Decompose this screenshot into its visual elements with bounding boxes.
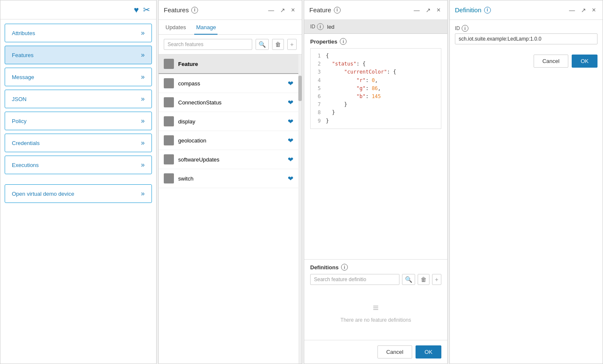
definitions-info-icon[interactable]: i	[341, 264, 348, 271]
compass-heart-icon: ❤	[288, 79, 293, 88]
features-scroll-thumb	[298, 76, 302, 101]
definitions-title: Definitions i	[310, 264, 441, 271]
properties-section: Properties i 1 { 2 "status": { 3	[304, 34, 447, 259]
sidebar-item-executions[interactable]: Executions »	[5, 156, 152, 174]
feature-id-value: led	[327, 24, 334, 30]
arrow-right-icon: »	[141, 161, 145, 169]
features-close-btn[interactable]: ×	[289, 6, 297, 14]
features-add-btn[interactable]: +	[287, 39, 297, 50]
definitions-delete-btn[interactable]: 🗑	[418, 274, 430, 285]
definitions-add-btn[interactable]: +	[432, 274, 441, 285]
code-block: 1 { 2 "status": { 3 "currentColor": {	[310, 48, 441, 129]
definitions-search-bar: 🔍 🗑 +	[310, 274, 441, 285]
definition-id-info-icon[interactable]: i	[462, 25, 468, 32]
definition-minimize-btn[interactable]: —	[567, 6, 577, 14]
features-search-btn[interactable]: 🔍	[256, 39, 269, 50]
feature-detail-panel: Feature i — ↗ × ID i led Properties i 1 …	[304, 0, 448, 364]
features-delete-btn[interactable]: 🗑	[272, 39, 284, 50]
tab-manage[interactable]: Manage	[194, 20, 218, 35]
feature-icon-box	[164, 78, 174, 88]
code-line-1: 1 {	[314, 52, 438, 60]
definition-expand-btn[interactable]: ↗	[579, 6, 588, 14]
feature-detail-info-icon[interactable]: i	[334, 7, 341, 14]
feature-id-info-icon[interactable]: i	[317, 23, 324, 30]
feature-detail-ok-btn[interactable]: OK	[416, 345, 441, 359]
feature-detail-controls: — ↗ ×	[412, 6, 442, 14]
code-line-5: 5 "g": 86,	[314, 85, 438, 93]
features-list: Feature compass ❤ ConnectionStatus ❤ dis…	[159, 55, 298, 364]
feature-icon-box	[164, 154, 174, 164]
definitions-search-input[interactable]	[310, 274, 399, 285]
definition-panel-title: Definition i	[455, 6, 491, 14]
list-item[interactable]: compass ❤	[159, 74, 298, 93]
sidebar-item-message[interactable]: Message »	[5, 68, 152, 86]
feature-id-label: ID i	[310, 23, 324, 30]
list-item[interactable]: ConnectionStatus ❤	[159, 93, 298, 112]
feature-icon-box	[164, 116, 174, 126]
properties-title: Properties i	[310, 38, 441, 45]
tools-icon: ✂	[143, 5, 150, 15]
features-info-icon[interactable]: i	[191, 7, 198, 14]
sidebar-item-virtual-device[interactable]: Open virtual demo device »	[5, 184, 152, 203]
features-search-input[interactable]	[164, 39, 252, 50]
code-line-7: 7 }	[314, 101, 438, 109]
sidebar-item-json[interactable]: JSON »	[5, 90, 152, 108]
tab-updates[interactable]: Updates	[164, 20, 187, 35]
feature-icon-box	[164, 135, 174, 145]
definition-panel: Definition i — ↗ × ID i Cancel OK	[449, 0, 603, 364]
sidebar-item-policy[interactable]: Policy »	[5, 112, 152, 130]
arrow-right-icon: »	[141, 29, 145, 37]
feature-detail-footer: Cancel OK	[304, 340, 447, 364]
sidebar-item-attributes[interactable]: Attributes »	[5, 24, 152, 42]
feature-header-icon	[164, 59, 174, 69]
definition-id-label: ID i	[455, 25, 597, 32]
definition-cancel-btn[interactable]: Cancel	[534, 55, 568, 68]
feature-icon-box	[164, 173, 174, 183]
feature-detail-expand-btn[interactable]: ↗	[424, 6, 432, 14]
features-scroll-area: Feature compass ❤ ConnectionStatus ❤ dis…	[159, 55, 302, 364]
properties-info-icon[interactable]: i	[340, 38, 347, 45]
code-line-9: 9 }	[314, 117, 438, 125]
code-line-2: 2 "status": {	[314, 60, 438, 68]
definition-id-section: ID i	[450, 20, 603, 49]
sidebar-item-features[interactable]: Features »	[5, 46, 152, 64]
features-expand-btn[interactable]: ↗	[278, 6, 287, 14]
connection-heart-icon: ❤	[288, 99, 293, 107]
features-minimize-btn[interactable]: —	[267, 6, 276, 14]
features-panel-header: Features i — ↗ ×	[159, 0, 302, 20]
definition-panel-controls: — ↗ ×	[567, 6, 597, 14]
code-line-6: 6 "b": 145	[314, 93, 438, 101]
list-item[interactable]: geolocation ❤	[159, 131, 298, 150]
features-panel-controls: — ↗ ×	[267, 6, 297, 14]
display-heart-icon: ❤	[288, 118, 293, 126]
arrow-right-icon: »	[141, 117, 145, 125]
definitions-section: Definitions i 🔍 🗑 + ≡ There are no featu…	[304, 259, 447, 340]
nav-header: ♥ ✂	[0, 0, 156, 19]
list-item[interactable]: switch ❤	[159, 169, 298, 188]
definition-ok-btn[interactable]: OK	[572, 55, 597, 68]
definition-footer: Cancel OK	[450, 49, 603, 73]
features-panel-title: Features i	[164, 6, 198, 14]
heart-icon: ♥	[134, 5, 139, 15]
feature-detail-header: Feature i — ↗ ×	[304, 0, 447, 20]
code-line-4: 4 "r": 0,	[314, 77, 438, 85]
feature-detail-minimize-btn[interactable]: —	[412, 6, 421, 14]
list-item[interactable]: softwareUpdates ❤	[159, 150, 298, 169]
features-scrollbar[interactable]	[298, 55, 302, 364]
arrow-right-icon: »	[141, 95, 145, 103]
list-item[interactable]: display ❤	[159, 112, 298, 131]
definition-id-input[interactable]	[455, 33, 597, 44]
definition-close-btn[interactable]: ×	[590, 6, 597, 14]
arrow-right-icon: »	[141, 73, 145, 81]
feature-detail-title: Feature i	[309, 6, 341, 14]
features-search-bar: 🔍 🗑 +	[159, 35, 302, 55]
switch-heart-icon: ❤	[288, 175, 293, 183]
definitions-search-btn[interactable]: 🔍	[402, 274, 415, 285]
feature-detail-close-btn[interactable]: ×	[435, 6, 442, 14]
code-line-3: 3 "currentColor": {	[314, 68, 438, 76]
arrow-right-icon: »	[141, 139, 145, 147]
empty-menu-icon: ≡	[373, 302, 379, 314]
feature-detail-cancel-btn[interactable]: Cancel	[377, 345, 412, 359]
sidebar-item-credentials[interactable]: Credentials »	[5, 134, 152, 152]
definition-info-icon[interactable]: i	[484, 7, 491, 14]
